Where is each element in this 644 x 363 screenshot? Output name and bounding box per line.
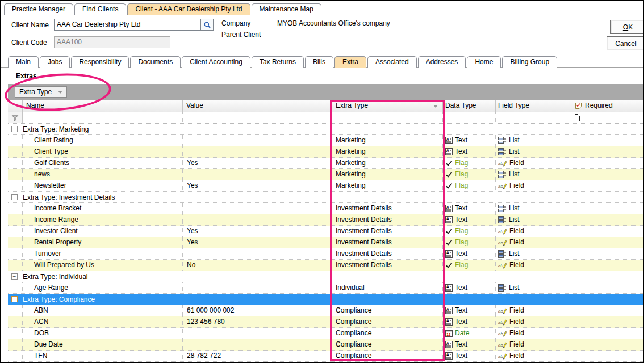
field-type-cell: List: [496, 169, 571, 180]
extra-row-news[interactable]: newsMarketingFlagList: [8, 169, 643, 180]
row-indicator-cell: [8, 305, 23, 316]
field-type-cell-text: Field: [509, 226, 524, 237]
tab-client-aaa-car-dealership-pty-ltd[interactable]: Client - AAA Car Dealership Pty Ltd: [127, 3, 250, 15]
svg-text:ab: ab: [498, 263, 503, 268]
extra-row-investor-client[interactable]: Investor ClientYesInvestment DetailsFlag…: [8, 226, 643, 237]
value-cell-text: Yes: [187, 158, 198, 168]
filter-cell-required[interactable]: [571, 112, 643, 123]
row-indent-cell: [23, 305, 31, 316]
grid-header-row: NameValueExtra TypeData TypeField TypeRe…: [8, 100, 643, 112]
extra-type-cell-text: Investment Details: [336, 226, 392, 237]
extra-row-turnover[interactable]: TurnoverInvestment DetailsATextList: [8, 248, 643, 260]
group-header-individual[interactable]: −Extra Type: Individual: [8, 271, 643, 282]
client-name-input[interactable]: AAA Car Dealership Pty Ltd: [54, 19, 201, 31]
client-tab-documents[interactable]: Documents: [130, 56, 181, 68]
column-header-extra-type[interactable]: Extra Type: [332, 100, 443, 112]
extra-type-cell-text: Marketing: [336, 158, 366, 168]
column-header-field-type[interactable]: Field Type: [496, 100, 571, 112]
client-tab-tax-returns[interactable]: Tax Returns: [252, 56, 304, 68]
text-icon: A: [445, 352, 453, 360]
extra-row-client-type[interactable]: Client TypeMarketingATextList: [8, 146, 643, 158]
extra-type-cell: Investment Details: [332, 214, 443, 225]
client-tab-responsibility[interactable]: Responsibility: [71, 56, 129, 68]
text-icon: A: [445, 137, 453, 144]
name-cell: Newsletter: [31, 180, 183, 191]
tab-practice-manager[interactable]: Practice Manager: [4, 3, 73, 15]
client-tab-addresses[interactable]: Addresses: [418, 56, 466, 68]
extra-type-cell-text: Compliance: [336, 339, 371, 350]
filter-cell-extra-type[interactable]: [332, 112, 443, 123]
row-indicator-cell: [8, 328, 23, 339]
extra-row-age-range[interactable]: Age RangeIndividualATextList: [8, 282, 643, 294]
field-type-cell: List: [496, 203, 571, 214]
list-icon: [498, 216, 507, 223]
client-tab-billing-group[interactable]: Billing Group: [502, 56, 557, 68]
group-header-compliance[interactable]: −Extra Type: Compliance: [8, 294, 643, 305]
group-header-marketing[interactable]: −Extra Type: Marketing: [8, 124, 643, 135]
filter-cell-field-type[interactable]: [496, 112, 571, 123]
filter-cell-data-type[interactable]: [443, 112, 496, 123]
group-by-extra-type-button[interactable]: Extra Type: [15, 86, 67, 98]
filter-funnel-icon: [11, 115, 19, 121]
column-header-value[interactable]: Value: [183, 100, 332, 112]
extra-type-cell: Investment Details: [332, 237, 443, 248]
extra-row-dob[interactable]: DOBCompliance12DateabField: [8, 328, 643, 339]
client-tab-associated[interactable]: Associated: [367, 56, 417, 68]
client-tab-bills[interactable]: Bills: [305, 56, 333, 68]
extra-row-newsletter[interactable]: NewsletterYesMarketingFlagabField: [8, 180, 643, 192]
extra-type-cell-text: Individual: [336, 282, 365, 293]
group-header-investment-details[interactable]: −Extra Type: Investment Details: [8, 192, 643, 203]
extra-row-acn[interactable]: ACN123 456 780ComplianceATextabField: [8, 316, 643, 328]
row-indent-cell: [23, 260, 31, 271]
filter-cell-value[interactable]: [183, 112, 332, 123]
collapse-minus-icon[interactable]: −: [11, 273, 18, 280]
extra-row-golf-clients[interactable]: Golf ClientsYesMarketingFlagabField: [8, 158, 643, 169]
value-cell: Yes: [183, 237, 332, 248]
row-indent-cell: [23, 248, 31, 259]
client-tab-extra[interactable]: Extra: [334, 56, 366, 68]
list-icon: [498, 205, 507, 212]
ok-button[interactable]: OK: [610, 20, 644, 34]
field-type-cell-text: Field: [509, 237, 524, 248]
tab-maintenance-map[interactable]: Maintenance Map: [252, 3, 321, 15]
cancel-button[interactable]: Cancel: [607, 36, 644, 50]
collapse-minus-icon[interactable]: −: [11, 126, 18, 132]
filter-button[interactable]: [8, 112, 23, 123]
collapse-minus-icon[interactable]: −: [11, 296, 18, 302]
group-by-label: Extra Type: [19, 88, 52, 96]
filter-cell-name[interactable]: [23, 112, 183, 123]
extra-row-income-range[interactable]: Income RangeInvestment DetailsATextList: [8, 214, 643, 226]
extra-type-cell: Marketing: [332, 169, 443, 180]
field-icon: ab: [498, 341, 507, 348]
extra-row-due-date[interactable]: Due DateComplianceATextabField: [8, 339, 643, 351]
value-cell-text: Yes: [187, 226, 198, 237]
text-icon: A: [445, 307, 453, 314]
extra-row-abn[interactable]: ABN61 000 000 002ComplianceATextabField: [8, 305, 643, 316]
extra-type-cell: Marketing: [332, 180, 443, 191]
extra-row-client-rating[interactable]: Client RatingMarketingATextList: [8, 135, 643, 146]
field-type-cell-text: List: [509, 135, 520, 146]
column-header-data-type[interactable]: Data Type: [443, 100, 496, 112]
name-cell: Income Range: [31, 214, 183, 225]
extra-row-tfn[interactable]: TFN28 782 722ComplianceATextabField: [8, 351, 643, 362]
column-header-name[interactable]: Name: [23, 100, 183, 112]
extra-row-will-prepared-by-us[interactable]: Will Prepared by UsNoInvestment DetailsF…: [8, 260, 643, 271]
required-cell: [571, 316, 643, 327]
extra-type-cell-text: Marketing: [336, 180, 366, 191]
tab-find-clients[interactable]: Find Clients: [74, 3, 126, 15]
client-tab-jobs[interactable]: Jobs: [40, 56, 70, 68]
extra-type-cell-text: Compliance: [336, 316, 371, 327]
collapse-minus-icon[interactable]: −: [11, 194, 18, 200]
client-tab-main[interactable]: Main: [8, 56, 39, 68]
extra-row-income-bracket[interactable]: Income BracketInvestment DetailsATextLis…: [8, 203, 643, 214]
flag-check-icon: [445, 227, 453, 235]
column-header-label: Field Type: [498, 100, 529, 112]
client-search-button[interactable]: [200, 19, 214, 31]
client-tab-home[interactable]: Home: [467, 56, 501, 68]
extra-row-rental-property[interactable]: Rental PropertyYesInvestment DetailsFlag…: [8, 237, 643, 248]
column-header-required[interactable]: Required: [571, 100, 643, 112]
data-type-cell: AText: [443, 203, 496, 214]
client-tab-client-accounting[interactable]: Client Accounting: [182, 56, 250, 68]
name-cell-text: Investor Client: [34, 226, 78, 237]
field-icon: ab: [498, 261, 507, 269]
